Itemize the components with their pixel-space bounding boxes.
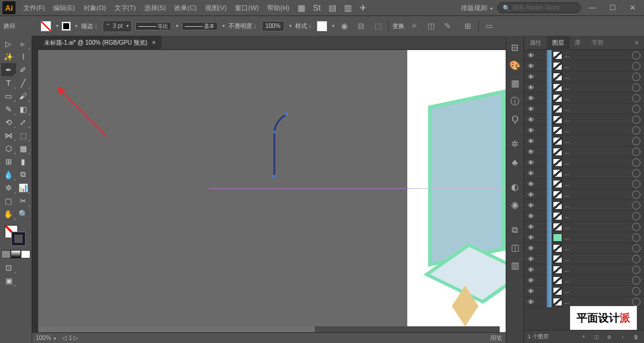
- stroke-swatch[interactable]: [62, 22, 70, 30]
- menu-item[interactable]: 编辑(E): [49, 4, 79, 13]
- target-icon[interactable]: [632, 287, 640, 295]
- brushes-icon[interactable]: ⓘ: [508, 94, 522, 108]
- layer-row[interactable]: 👁 ...: [524, 114, 644, 125]
- visibility-toggle[interactable]: 👁: [524, 223, 537, 230]
- zoom-level[interactable]: 100% ▾: [36, 335, 56, 341]
- visibility-toggle[interactable]: 👁: [524, 116, 537, 123]
- close-button[interactable]: ✕: [624, 2, 642, 14]
- layer-row[interactable]: 👁 ...: [524, 179, 644, 189]
- layer-row[interactable]: 👁 ...: [524, 146, 644, 157]
- visibility-toggle[interactable]: 👁: [524, 138, 537, 145]
- properties-icon[interactable]: ⊟: [508, 40, 522, 55]
- layer-row[interactable]: 👁 ...: [524, 200, 644, 211]
- paintbrush-tool[interactable]: 🖌: [16, 89, 31, 102]
- visibility-toggle[interactable]: 👁: [524, 52, 537, 59]
- arrange2-icon[interactable]: ▥: [341, 1, 354, 14]
- target-icon[interactable]: [632, 191, 640, 199]
- layer-row[interactable]: 👁 ...: [524, 82, 644, 93]
- shape-builder-tool[interactable]: ⬡: [1, 142, 16, 155]
- layer-row[interactable]: 👁 ...: [524, 104, 644, 114]
- visibility-toggle[interactable]: 👁: [524, 170, 537, 177]
- panel-tab-character[interactable]: 字符: [586, 36, 609, 50]
- layer-row[interactable]: 👁 ...: [524, 275, 644, 286]
- panel-tab-libraries[interactable]: 库: [569, 36, 586, 50]
- layer-row[interactable]: 👁 ...: [524, 125, 644, 136]
- transform-label[interactable]: 变换: [392, 22, 404, 30]
- target-icon[interactable]: [632, 233, 640, 242]
- layer-row[interactable]: 👁 ...: [524, 136, 644, 146]
- stock-icon[interactable]: St: [310, 1, 323, 14]
- maximize-button[interactable]: ☐: [603, 2, 621, 14]
- target-icon[interactable]: [632, 223, 640, 231]
- panel-menu-icon[interactable]: ≡: [630, 36, 644, 50]
- visibility-toggle[interactable]: 👁: [524, 277, 537, 284]
- target-icon[interactable]: [632, 298, 640, 306]
- target-icon[interactable]: [632, 126, 640, 135]
- eraser-tool[interactable]: ◧: [16, 102, 31, 116]
- visibility-toggle[interactable]: 👁: [524, 191, 537, 198]
- hand-tool[interactable]: ✋: [1, 207, 16, 220]
- layer-row[interactable]: 👁 ...: [524, 50, 644, 61]
- rotate-tool[interactable]: ⟲: [1, 116, 16, 129]
- rectangle-tool[interactable]: ▭: [1, 89, 16, 102]
- zoom-tool[interactable]: 🔍: [16, 207, 31, 220]
- menu-item[interactable]: 对象(O): [79, 4, 110, 13]
- menu-item[interactable]: 文字(T): [110, 4, 140, 13]
- target-icon[interactable]: [632, 255, 640, 263]
- symbol-sprayer-tool[interactable]: ✲: [1, 181, 16, 194]
- layer-row[interactable]: 👁 ...: [524, 211, 644, 222]
- panel-tab-layers[interactable]: 图层: [547, 36, 569, 50]
- target-icon[interactable]: [632, 62, 640, 70]
- screen-mode[interactable]: ▣: [1, 274, 16, 287]
- layer-row[interactable]: 👁 ...: [524, 189, 644, 200]
- layer-row[interactable]: 👁 ...: [524, 264, 644, 275]
- menu-item[interactable]: 视图(V): [201, 4, 231, 13]
- menu-item[interactable]: 文件(F): [19, 4, 49, 13]
- perspective-tool[interactable]: ▦: [16, 142, 31, 155]
- target-icon[interactable]: [632, 148, 640, 156]
- layer-row[interactable]: 👁 ...: [524, 157, 644, 168]
- target-icon[interactable]: [632, 180, 640, 188]
- visibility-toggle[interactable]: 👁: [524, 255, 537, 263]
- visibility-toggle[interactable]: 👁: [524, 127, 537, 134]
- visibility-toggle[interactable]: 👁: [524, 159, 537, 166]
- artboard-tool[interactable]: ▢: [1, 194, 16, 207]
- new-layer-icon[interactable]: ▫: [618, 334, 627, 340]
- blend-tool[interactable]: ⧉: [16, 168, 31, 181]
- shape-icon[interactable]: ⬚: [371, 20, 385, 33]
- layer-row[interactable]: 👁 ...: [524, 71, 644, 82]
- target-icon[interactable]: [632, 105, 640, 113]
- appearance-icon[interactable]: ◉: [508, 198, 522, 212]
- menu-item[interactable]: 选择(S): [140, 4, 171, 13]
- tab-close-icon[interactable]: ×: [152, 39, 156, 46]
- arrange-icon[interactable]: ▤: [326, 1, 339, 14]
- align-icon[interactable]: ⊟: [355, 20, 368, 33]
- visibility-toggle[interactable]: 👁: [524, 266, 537, 273]
- visibility-toggle[interactable]: 👁: [524, 84, 537, 91]
- lasso-tool[interactable]: ⌇: [16, 50, 31, 63]
- visibility-toggle[interactable]: 👁: [524, 180, 537, 188]
- symbols-icon[interactable]: Ϙ: [508, 112, 522, 126]
- curvature-tool[interactable]: ✐: [16, 63, 31, 76]
- mesh-tool[interactable]: ⊞: [1, 155, 16, 168]
- direct-selection-tool[interactable]: ▹: [16, 37, 31, 50]
- selection-tool[interactable]: ▷: [1, 37, 16, 50]
- panel-tab-properties[interactable]: 属性: [524, 36, 547, 50]
- target-icon[interactable]: [632, 266, 640, 274]
- bridge-icon[interactable]: ▦: [295, 1, 308, 14]
- artboards-icon[interactable]: ▥: [508, 258, 522, 273]
- color-icon[interactable]: 🎨: [508, 58, 522, 73]
- search-input[interactable]: 🔍 搜索 Adobe Stock: [497, 2, 581, 13]
- brush-definition[interactable]: 基本: [182, 22, 218, 30]
- color-mode-none[interactable]: [21, 250, 30, 258]
- layer-row[interactable]: 👁 ...: [524, 93, 644, 104]
- canvas[interactable]: [38, 50, 506, 332]
- menu-item[interactable]: 帮助(H): [263, 4, 293, 13]
- target-icon[interactable]: [632, 51, 640, 60]
- opacity-input[interactable]: 100%: [262, 21, 284, 32]
- color-mode-gradient[interactable]: [11, 250, 20, 258]
- visibility-toggle[interactable]: 👁: [524, 95, 537, 102]
- document-tab[interactable]: 未标题-1.ai* @ 100% (RGB/GPU 预览) ×: [38, 36, 162, 50]
- pen-tool[interactable]: ✒: [1, 63, 16, 76]
- asset-icon[interactable]: ◫: [508, 241, 522, 255]
